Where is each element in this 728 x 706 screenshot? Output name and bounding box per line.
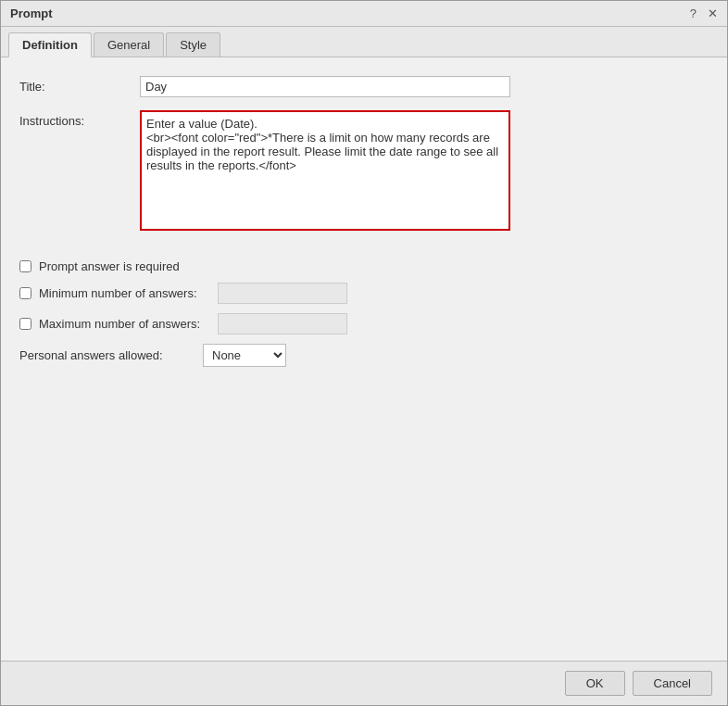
max-answers-row: Maximum number of answers: [19,313,709,334]
prompt-required-row: Prompt answer is required [19,259,709,273]
tab-bar: Definition General Style [1,27,727,57]
instructions-textarea[interactable]: Enter a value (Date). <br><font color="r… [140,110,510,231]
dialog-title: Prompt [10,6,53,20]
min-answers-checkbox[interactable] [19,287,31,299]
max-answers-input[interactable] [218,313,347,334]
tab-general[interactable]: General [94,32,164,57]
cancel-button[interactable]: Cancel [633,671,712,696]
min-answers-label: Minimum number of answers: [39,286,210,300]
tab-style[interactable]: Style [166,32,220,57]
min-answers-row: Minimum number of answers: [19,283,709,304]
prompt-required-label: Prompt answer is required [39,259,180,273]
dialog-footer: OK Cancel [1,661,727,705]
title-row: Title: [19,76,709,97]
title-bar: Prompt ? ✕ [1,1,727,27]
instructions-field-wrapper: Enter a value (Date). <br><font color="r… [140,110,709,233]
tab-definition[interactable]: Definition [8,32,92,57]
prompt-required-checkbox[interactable] [19,260,31,272]
max-answers-checkbox[interactable] [19,318,31,330]
max-answers-label: Maximum number of answers: [39,317,210,331]
form-content: Title: Instructions: Enter a value (Date… [1,57,727,661]
ok-button[interactable]: OK [565,671,625,696]
close-button[interactable]: ✕ [708,6,718,20]
help-button[interactable]: ? [690,6,697,20]
min-answers-input[interactable] [218,283,347,304]
instructions-row: Instructions: Enter a value (Date). <br>… [19,110,709,233]
instructions-label: Instructions: [19,110,140,128]
personal-answers-row: Personal answers allowed: None Read Writ… [19,344,709,367]
title-label: Title: [19,76,140,94]
title-input[interactable] [140,76,510,97]
title-field-wrapper [140,76,709,97]
prompt-dialog: Prompt ? ✕ Definition General Style Titl… [0,0,728,706]
personal-answers-select[interactable]: None Read Write [203,344,286,367]
personal-answers-label: Personal answers allowed: [19,348,195,362]
title-bar-controls: ? ✕ [690,6,718,20]
